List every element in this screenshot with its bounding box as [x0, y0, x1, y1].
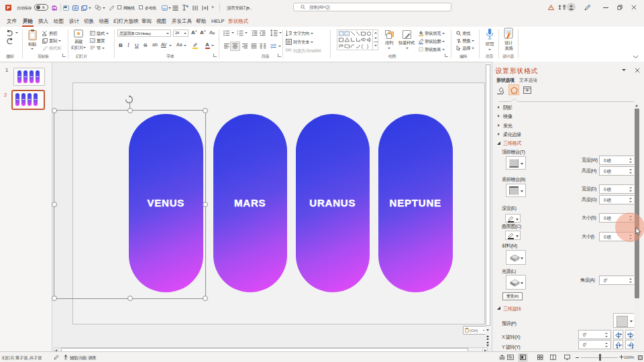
svg-text:2: 2 — [237, 33, 238, 36]
svg-text:文: 文 — [288, 30, 292, 36]
svg-text:A: A — [74, 6, 76, 10]
svg-text:P: P — [7, 5, 10, 10]
